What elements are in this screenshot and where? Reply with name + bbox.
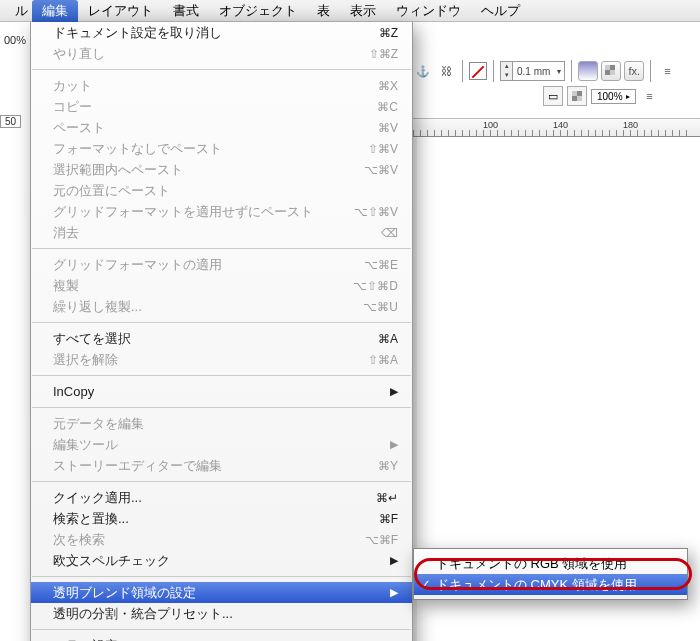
- menu-shortcut: ⌘V: [378, 121, 398, 135]
- menubar-tab-table[interactable]: 表: [307, 0, 340, 22]
- menu-shortcut: ⌥⇧⌘V: [354, 205, 398, 219]
- menu-item: 選択範囲内へペースト⌥⌘V: [31, 159, 412, 180]
- menu-item-label: 欧文スペルチェック: [53, 552, 386, 570]
- menu-item-label: 消去: [53, 224, 381, 242]
- menu-shortcut: ⌘Y: [378, 459, 398, 473]
- pattern-icon[interactable]: [601, 61, 621, 81]
- ruler-tick: 180: [623, 120, 638, 130]
- menu-item[interactable]: 透明の分割・統合プリセット...: [31, 603, 412, 624]
- transparency-blend-submenu: ドキュメントの RGB 領域を使用✓ドキュメントの CMYK 領域を使用: [413, 548, 688, 600]
- menu-shortcut: ⌥⌘V: [364, 163, 398, 177]
- gradient-icon[interactable]: [578, 61, 598, 81]
- menu-item-label: 次を検索: [53, 531, 365, 549]
- menu-item-label: 検索と置換...: [53, 510, 379, 528]
- ruler-tick: 140: [553, 120, 568, 130]
- menu-item[interactable]: クイック適用...⌘↵: [31, 487, 412, 508]
- screen-mode-icon[interactable]: ▭: [543, 86, 563, 106]
- stroke-weight-field[interactable]: ▴▾ 0.1 mm ▾: [500, 61, 565, 81]
- menu-item: ストーリーエディターで編集⌘Y: [31, 455, 412, 476]
- menu-item-label: クイック適用...: [53, 489, 376, 507]
- menu-item-label: 元の位置にペースト: [53, 182, 398, 200]
- submenu-item[interactable]: ✓ドキュメントの CMYK 領域を使用: [414, 574, 687, 595]
- menubar-tab-help[interactable]: ヘルプ: [471, 0, 530, 22]
- menu-item-label: カラー設定...: [53, 637, 398, 642]
- menu-divider: [32, 248, 411, 249]
- panel-menu-icon[interactable]: ≡: [657, 61, 677, 81]
- menu-item[interactable]: 検索と置換...⌘F: [31, 508, 412, 529]
- menu-item[interactable]: カラー設定...: [31, 635, 412, 641]
- menu-item-label: グリッドフォーマットを適用せずにペースト: [53, 203, 354, 221]
- menu-item-label: すべてを選択: [53, 330, 378, 348]
- submenu-item-label: ドキュメントの RGB 領域を使用: [436, 555, 627, 573]
- menubar-tab-edit[interactable]: 編集: [32, 0, 78, 22]
- menu-item[interactable]: 欧文スペルチェック▶: [31, 550, 412, 571]
- menu-shortcut: ⌫: [381, 226, 398, 240]
- menu-item[interactable]: すべてを選択⌘A: [31, 328, 412, 349]
- transparency-grid-icon[interactable]: [567, 86, 587, 106]
- menu-item-label: フォーマットなしでペースト: [53, 140, 368, 158]
- menu-item: グリッドフォーマットを適用せずにペースト⌥⇧⌘V: [31, 201, 412, 222]
- menu-shortcut: ⌥⇧⌘D: [353, 279, 398, 293]
- menu-item: 消去⌫: [31, 222, 412, 243]
- menu-divider: [32, 375, 411, 376]
- menu-shortcut: ⌘X: [378, 79, 398, 93]
- menu-item: 選択を解除⇧⌘A: [31, 349, 412, 370]
- menu-item-label: ドキュメント設定を取り消し: [53, 24, 379, 42]
- menubar-tab-view[interactable]: 表示: [340, 0, 386, 22]
- left-number-field[interactable]: 50: [0, 115, 21, 128]
- menu-item-label: 複製: [53, 277, 353, 295]
- menubar-tab-format[interactable]: 書式: [163, 0, 209, 22]
- fx-button[interactable]: fx.: [624, 61, 644, 81]
- menu-shortcut: ⌘Z: [379, 26, 398, 40]
- menu-divider: [32, 481, 411, 482]
- menu-item: 元データを編集: [31, 413, 412, 434]
- menu-item: 次を検索⌥⌘F: [31, 529, 412, 550]
- menu-shortcut: ⌘C: [377, 100, 398, 114]
- menu-shortcut: ⇧⌘A: [368, 353, 398, 367]
- menu-item: 複製⌥⇧⌘D: [31, 275, 412, 296]
- fill-swatch[interactable]: [469, 62, 487, 80]
- menu-item-label: やり直し: [53, 45, 369, 63]
- menubar-tab-layout[interactable]: レイアウト: [78, 0, 163, 22]
- menubar-tab-object[interactable]: オブジェクト: [209, 0, 307, 22]
- check-icon: ✓: [420, 577, 431, 592]
- ruler-tick: 100: [483, 120, 498, 130]
- menu-item: 繰り返し複製...⌥⌘U: [31, 296, 412, 317]
- menu-shortcut: ⌘↵: [376, 491, 398, 505]
- menubar-partial: ル: [4, 0, 32, 22]
- panel-toggle-icon[interactable]: ≡: [640, 86, 660, 106]
- menubar: ル 編集 レイアウト 書式 オブジェクト 表 表示 ウィンドウ ヘルプ: [0, 0, 700, 22]
- submenu-arrow-icon: ▶: [390, 438, 398, 451]
- menu-item-label: 透明ブレンド領域の設定: [53, 584, 386, 602]
- menu-item[interactable]: 透明ブレンド領域の設定▶: [31, 582, 412, 603]
- menu-item-label: 透明の分割・統合プリセット...: [53, 605, 398, 623]
- menu-divider: [32, 322, 411, 323]
- chain-link-icon[interactable]: ⛓: [436, 61, 456, 81]
- menu-item: グリッドフォーマットの適用⌥⌘E: [31, 254, 412, 275]
- submenu-item[interactable]: ドキュメントの RGB 領域を使用: [414, 553, 687, 574]
- options-bar-2: ▭ 100%▸ ≡: [543, 86, 660, 106]
- menubar-tab-window[interactable]: ウィンドウ: [386, 0, 471, 22]
- menu-shortcut: ⌥⌘E: [364, 258, 398, 272]
- zoom-left-label: 00%: [0, 30, 30, 50]
- menu-divider: [32, 576, 411, 577]
- menu-shortcut: ⇧⌘V: [368, 142, 398, 156]
- menu-item: カット⌘X: [31, 75, 412, 96]
- anchor-icon[interactable]: ⚓: [413, 61, 433, 81]
- menu-item[interactable]: ドキュメント設定を取り消し⌘Z: [31, 22, 412, 43]
- stroke-weight-value: 0.1 mm: [513, 66, 554, 77]
- menu-item-label: InCopy: [53, 384, 386, 399]
- menu-item-label: 選択を解除: [53, 351, 368, 369]
- menu-shortcut: ⌥⌘U: [363, 300, 398, 314]
- menu-item-label: 繰り返し複製...: [53, 298, 363, 316]
- menu-shortcut: ⌥⌘F: [365, 533, 398, 547]
- submenu-arrow-icon: ▶: [390, 385, 398, 398]
- menu-item-label: コピー: [53, 98, 377, 116]
- menu-item: コピー⌘C: [31, 96, 412, 117]
- menu-shortcut: ⌘A: [378, 332, 398, 346]
- opacity-field[interactable]: 100%▸: [591, 89, 636, 104]
- edit-menu-dropdown: ドキュメント設定を取り消し⌘Zやり直し⇧⌘Zカット⌘Xコピー⌘Cペースト⌘Vフォ…: [30, 22, 413, 641]
- menu-item: ペースト⌘V: [31, 117, 412, 138]
- menu-item: 編集ツール▶: [31, 434, 412, 455]
- menu-item[interactable]: InCopy▶: [31, 381, 412, 402]
